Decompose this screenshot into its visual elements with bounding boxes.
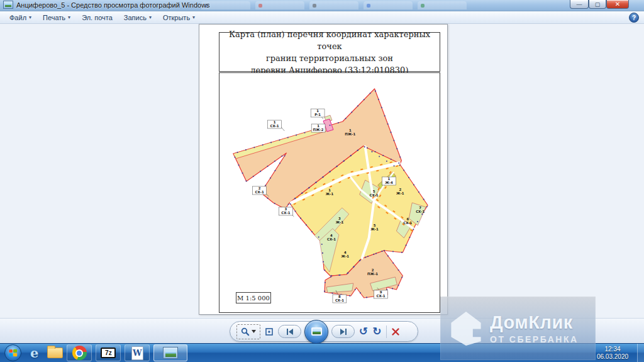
boundary-point (304, 132, 305, 133)
boundary-point (382, 155, 384, 156)
boundary-point (260, 171, 261, 172)
internet-explorer-icon: e (30, 345, 38, 361)
taskbar-item-word[interactable]: W (125, 344, 150, 361)
boundary-point (393, 140, 394, 141)
boundary-point (364, 99, 365, 100)
boundary-point (378, 99, 379, 100)
delete-button[interactable] (391, 327, 400, 336)
zone-label: 6 (406, 217, 409, 221)
window-title: Анциферово_5 - Средство просмотра фотогр… (16, 1, 210, 9)
zone-label: СХ-1 (335, 298, 344, 302)
previous-button[interactable] (278, 325, 301, 338)
close-button[interactable]: ✕ (606, 0, 629, 9)
domclick-subtitle-text: ОТ СБЕРБАНКА (490, 334, 579, 344)
next-icon (339, 329, 348, 335)
boundary-point (246, 181, 247, 182)
desktop: Анциферово_5 - Средство просмотра фотогр… (0, 0, 644, 362)
menu-email[interactable]: Эл. почта (76, 13, 118, 23)
zone-label: 2 (399, 188, 401, 191)
zone-label: 1 (274, 120, 276, 124)
boundary-point (357, 105, 358, 106)
boundary-point (274, 170, 275, 171)
taskbar-item-chrome[interactable] (67, 344, 92, 361)
zone-label: ПЖ-1 (367, 272, 378, 276)
menu-open[interactable]: Открыть (157, 13, 201, 23)
boundary-point (324, 291, 325, 292)
rotate-clockwise-button[interactable]: ↻ (372, 326, 381, 337)
zone-label: 1 (328, 188, 331, 192)
boundary-point (267, 198, 269, 199)
windows-logo-icon (9, 349, 18, 357)
boundary-point (373, 254, 374, 255)
zoom-button[interactable] (236, 324, 260, 339)
boundary-point (350, 155, 352, 156)
taskbar-item-windows-explorer[interactable] (47, 348, 63, 358)
zone-label: 2 (372, 268, 374, 272)
zone-label: Ж-1 (396, 191, 404, 195)
viewer-content-area: Карта (план) перечня координат характерн… (0, 24, 644, 318)
zone-label: 1 (317, 124, 319, 128)
boundary-point (290, 203, 291, 205)
zone-label: Ж-1 (326, 192, 334, 196)
zone-label: СХ-1 (416, 210, 425, 213)
boundary-point (288, 204, 289, 205)
zone-label: 5 (374, 223, 376, 227)
boundary-point (338, 122, 339, 123)
boundary-point (403, 169, 404, 171)
boundary-point (279, 139, 280, 140)
boundary-point (355, 289, 356, 290)
actual-size-button[interactable] (265, 327, 274, 336)
taskbar-item-7zip[interactable]: 7z (96, 344, 121, 361)
menu-file[interactable]: Файл (4, 13, 37, 23)
boundary-point (401, 252, 402, 253)
zone-label: Ж-1 (341, 254, 350, 258)
show-desktop-button[interactable] (637, 344, 644, 362)
boundary-point (322, 252, 323, 254)
boundary-point (375, 151, 376, 152)
boundary-point (330, 125, 331, 126)
boundary-point (375, 252, 377, 254)
rotate-counterclockwise-button[interactable]: ↺ (359, 326, 368, 337)
toolbar-divider (386, 325, 387, 338)
minimize-button[interactable]: — (570, 0, 589, 9)
boundary-point (384, 250, 385, 251)
maximize-button[interactable]: ▢ (589, 0, 606, 9)
boundary-point (390, 132, 391, 133)
tray-time: 12:34 (590, 346, 635, 353)
zone-label: СХ-1 (281, 211, 290, 215)
next-button[interactable] (331, 325, 355, 338)
zone-label: 5 (373, 189, 375, 193)
boundary-point (398, 162, 399, 164)
window-titlebar[interactable]: Анциферово_5 - Средство просмотра фотогр… (0, 0, 644, 11)
zone-label: 3 (285, 207, 287, 211)
boundary-point (379, 156, 380, 157)
folder-icon (47, 348, 63, 358)
boundary-point (384, 115, 386, 116)
boundary-point (349, 295, 350, 297)
taskbar-item-internet-explorer[interactable]: e (30, 345, 38, 361)
boundary-point (338, 274, 340, 276)
boundary-point (343, 160, 345, 161)
help-icon[interactable]: ? (629, 13, 639, 23)
boundary-point (370, 93, 371, 94)
map-scale-label: М 1:5 000 (236, 292, 271, 303)
zone-label: 4 (344, 251, 347, 254)
zone-label: СХ-1 (377, 294, 386, 298)
slideshow-button[interactable] (304, 320, 328, 344)
boundary-point (265, 184, 266, 186)
zone-label: 3 (338, 217, 341, 220)
menu-burn[interactable]: Запись (118, 13, 157, 23)
system-clock[interactable]: 12:34 06.03.2020 (590, 346, 635, 361)
zone-label: 2 (258, 186, 261, 190)
start-button[interactable] (4, 344, 21, 361)
menu-print[interactable]: Печать (37, 13, 76, 23)
zone-label: 1 (349, 128, 352, 132)
delete-icon (391, 327, 400, 336)
boundary-point (330, 171, 331, 172)
boundary-point (270, 142, 272, 143)
boundary-point (309, 187, 310, 188)
boundary-point (323, 176, 324, 178)
boundary-point (381, 107, 382, 108)
word-icon: W (131, 346, 143, 360)
taskbar-item-photo-viewer[interactable] (153, 344, 187, 361)
